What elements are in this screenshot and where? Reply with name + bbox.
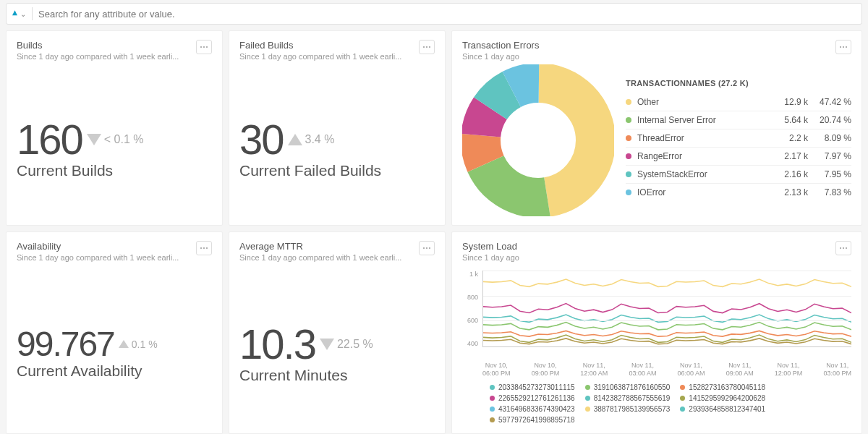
series-legend-item[interactable]: 1415295992964200628	[680, 394, 765, 402]
tx-legend-row[interactable]: Internal Server Error5.64 k20.74 %	[626, 111, 851, 129]
card-menu-button[interactable]: ⋯	[835, 40, 851, 54]
card-menu-button[interactable]: ⋯	[419, 40, 435, 54]
dashboard-grid: Builds Since 1 day ago compared with 1 w…	[0, 30, 868, 434]
kpi-label: Current Minutes	[239, 367, 435, 384]
search-input[interactable]	[38, 9, 856, 20]
card-title: System Load	[462, 241, 519, 252]
legend-label: 3887817985139956573	[594, 405, 671, 413]
series-legend-item[interactable]: 5977972641998895718	[490, 416, 575, 424]
legend-count: 2.2 k	[768, 133, 808, 143]
svg-point-7	[506, 108, 571, 173]
trend-down-icon	[320, 339, 334, 350]
legend-label: 5977972641998895718	[498, 416, 575, 424]
card-menu-button[interactable]: ⋯	[835, 241, 851, 255]
legend-name: Internal Server Error	[637, 115, 768, 125]
tx-legend-row[interactable]: ThreadError2.2 k8.09 %	[626, 129, 851, 148]
card-transaction-errors: Transaction Errors Since 1 day ago ⋯ TRA…	[451, 30, 862, 226]
legend-dot-icon	[626, 190, 631, 195]
card-system-load: System Load Since 1 day ago ⋯ 1 k8006004…	[451, 231, 862, 434]
card-title: Builds	[17, 40, 179, 51]
legend-dot-icon	[626, 117, 631, 123]
legend-count: 12.9 k	[768, 97, 808, 107]
card-menu-button[interactable]: ⋯	[419, 241, 435, 255]
legend-dot-icon	[626, 153, 631, 159]
x-tick: Nov 11,12:00 AM	[580, 362, 608, 378]
legend-pct: 7.83 %	[808, 187, 851, 197]
series-legend-item[interactable]: 1528273163780045118	[680, 383, 765, 391]
donut-chart	[462, 64, 614, 216]
card-mttr: Average MTTR Since 1 day ago compared wi…	[229, 231, 446, 434]
series-legend-item[interactable]: 2939364858812347401	[680, 405, 765, 413]
legend-dot-icon	[680, 385, 685, 390]
card-builds: Builds Since 1 day ago compared with 1 w…	[6, 30, 223, 226]
y-tick: 800	[462, 294, 478, 301]
card-menu-button[interactable]: ⋯	[196, 241, 212, 255]
x-tick: Nov 11,06:00 AM	[678, 362, 705, 378]
legend-dot-icon	[585, 396, 590, 401]
x-tick: Nov 11,09:00 AM	[726, 362, 754, 378]
trend-label: 22.5 %	[337, 338, 373, 351]
card-subtitle: Since 1 day ago	[462, 253, 519, 262]
legend-label: 3191063871876160550	[594, 383, 671, 391]
card-title: Transaction Errors	[462, 40, 539, 51]
card-subtitle: Since 1 day ago compared with 1 week ear…	[17, 52, 179, 61]
tx-legend: TRANSACTIONNAMES (27.2 K) Other12.9 k47.…	[626, 79, 851, 201]
card-menu-button[interactable]: ⋯	[196, 40, 212, 54]
series-legend-item[interactable]: 4316496833674390423	[490, 405, 575, 413]
legend-dot-icon	[490, 407, 495, 412]
series-legend-item[interactable]: 2033845273273011115	[490, 383, 575, 391]
tx-legend-row[interactable]: RangeError2.17 k7.97 %	[626, 148, 851, 166]
kpi-label: Current Availability	[17, 362, 212, 380]
legend-label: 2033845273273011115	[498, 383, 575, 391]
legend-dot-icon	[490, 417, 495, 422]
kpi-value: 10.3	[239, 320, 315, 368]
x-tick: Nov 11,12:00 PM	[775, 362, 803, 378]
card-title: Failed Builds	[239, 40, 401, 51]
tx-legend-row[interactable]: Other12.9 k47.42 %	[626, 93, 851, 111]
kpi-label: Current Builds	[17, 162, 212, 179]
legend-dot-icon	[490, 396, 495, 401]
tx-legend-row[interactable]: SystemStackError2.16 k7.95 %	[626, 166, 851, 184]
card-subtitle: Since 1 day ago compared with 1 week ear…	[239, 52, 401, 61]
series-legend-item[interactable]: 8142382788567555619	[585, 394, 671, 402]
series-legend-item[interactable]: 3887817985139956573	[585, 405, 671, 413]
card-availability: Availability Since 1 day ago compared wi…	[6, 231, 223, 434]
trend-label: 3.4 %	[305, 133, 335, 146]
x-tick: Nov 11,03:00 AM	[629, 362, 656, 378]
legend-pct: 8.09 %	[808, 133, 851, 143]
y-tick: 400	[462, 340, 478, 347]
legend-name: ThreadError	[637, 133, 768, 143]
series-legend-item[interactable]: 3191063871876160550	[585, 383, 671, 391]
legend-label: 1528273163780045118	[689, 383, 765, 391]
search-bar[interactable]: ▾ ⌄	[6, 3, 862, 25]
legend-dot-icon	[626, 99, 631, 105]
y-tick: 1 k	[462, 271, 478, 278]
kpi-value: 30	[239, 115, 284, 163]
series-legend-item[interactable]: 2265529212761261136	[490, 394, 575, 402]
legend-label: 8142382788567555619	[594, 394, 671, 402]
trend-label: 0.1 %	[132, 339, 158, 350]
system-load-chart: 1 k800600400	[462, 271, 851, 357]
legend-dot-icon	[680, 396, 685, 401]
legend-dot-icon	[680, 407, 685, 412]
card-title: Average MTTR	[239, 241, 401, 252]
divider	[32, 7, 33, 20]
card-failed-builds: Failed Builds Since 1 day ago compared w…	[229, 30, 446, 226]
legend-name: RangeError	[637, 151, 768, 161]
trend-label: < 0.1 %	[104, 133, 144, 146]
x-tick: Nov 10,06:00 PM	[482, 362, 511, 378]
card-subtitle: Since 1 day ago compared with 1 week ear…	[239, 253, 401, 262]
legend-label: 1415295992964200628	[689, 394, 765, 402]
tx-legend-row[interactable]: IOError2.13 k7.83 %	[626, 184, 851, 201]
chevron-down-icon[interactable]: ⌄	[20, 10, 26, 18]
legend-label: 4316496833674390423	[498, 405, 575, 413]
kpi-value: 99.767	[17, 324, 114, 364]
legend-count: 2.13 k	[768, 187, 808, 197]
card-subtitle: Since 1 day ago	[462, 52, 539, 61]
x-tick: Nov 11,03:00 PM	[823, 362, 851, 378]
x-tick: Nov 10,09:00 PM	[532, 362, 560, 378]
filter-icon[interactable]: ▾	[12, 8, 17, 20]
legend-name: Other	[637, 97, 768, 107]
card-subtitle: Since 1 day ago compared with 1 week ear…	[17, 253, 179, 262]
trend-down-icon	[87, 134, 101, 145]
